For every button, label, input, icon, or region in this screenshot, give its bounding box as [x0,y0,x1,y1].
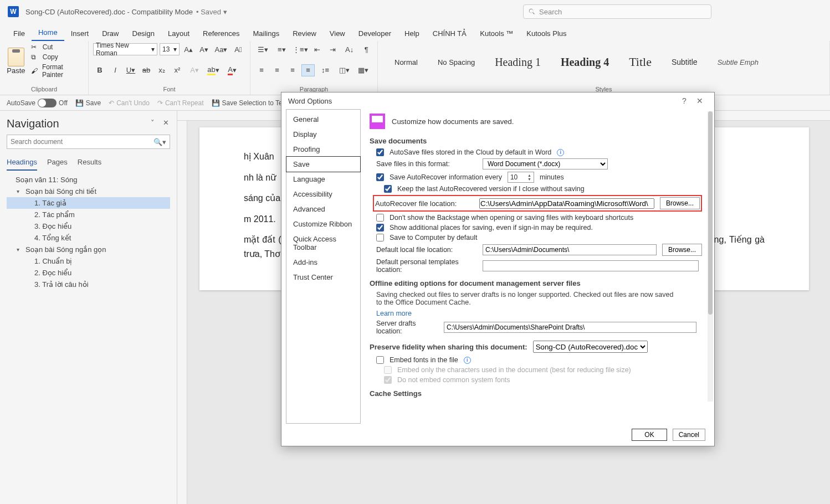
show-marks-button[interactable]: ¶ [360,43,373,55]
info-icon[interactable]: i [557,149,564,156]
cut-button[interactable]: ✂Cut [31,43,84,51]
vertical-ruler[interactable] [177,121,187,504]
ribbon-tab-help[interactable]: Help [398,26,426,41]
nav-tab-results[interactable]: Results [78,155,101,171]
learn-more-link[interactable]: Learn more [376,310,705,317]
search-box[interactable]: Search [523,4,711,19]
category-general[interactable]: General [286,112,360,127]
font-name-select[interactable]: Times New Roman▾ [93,43,157,55]
saved-status[interactable]: • Saved ▾ [196,8,227,16]
increase-indent-button[interactable]: ⇥ [326,43,339,55]
info-icon[interactable]: i [464,357,471,364]
default-local-input[interactable] [483,244,657,255]
change-case-button[interactable]: Aa▾ [213,43,229,55]
ribbon-tab-draw[interactable]: Draw [95,26,125,41]
keep-last-checkbox[interactable] [384,185,392,193]
nav-collapse-icon[interactable]: ˅ [151,119,155,127]
style-no-spacing[interactable]: No Spacing [430,56,483,69]
style-title[interactable]: Title [621,53,659,71]
autorecover-minutes-spinner[interactable]: 10▲▼ [508,172,534,183]
align-right-button[interactable]: ≡ [286,64,299,76]
nav-search-box[interactable]: 🔍▾ [7,135,170,149]
multilevel-button[interactable]: ⋮≡▾ [292,43,309,55]
nav-tab-headings[interactable]: Headings [7,155,37,171]
category-save[interactable]: Save [286,156,361,172]
save-autorecover-checkbox[interactable] [376,173,384,181]
nav-node[interactable]: Soạn văn 11: Sóng [7,174,170,186]
ribbon-tab-view[interactable]: View [323,26,352,41]
category-customize-ribbon[interactable]: Customize Ribbon [286,217,360,232]
nav-node[interactable]: ▾Soạn bài Sóng chi tiết [7,186,170,197]
category-quick-access-toolbar[interactable]: Quick Access Toolbar [286,232,360,255]
category-add-ins[interactable]: Add-ins [286,255,360,270]
autosave-cloud-checkbox[interactable] [376,148,384,156]
style-normal[interactable]: Normal [387,56,426,69]
format-painter-button[interactable]: 🖌Format Painter [31,63,84,79]
category-display[interactable]: Display [286,127,360,142]
scrollbar-thumb[interactable] [708,111,713,315]
ribbon-tab-home[interactable]: Home [32,25,64,41]
category-proofing[interactable]: Proofing [286,142,360,157]
ribbon-tab-ch-nh-t-[interactable]: CHÍNH TẢ [426,26,473,41]
style-subtle-emph[interactable]: Subtle Emph [710,56,766,69]
nav-node[interactable]: 3. Trả lời câu hỏi [7,279,170,290]
style-subtitle[interactable]: Subtitle [664,55,705,69]
default-local-browse-button[interactable]: Browse... [662,244,702,256]
embed-fonts-checkbox[interactable] [376,356,384,364]
nav-node[interactable]: 2. Đọc hiểu [7,267,170,279]
nav-node[interactable]: 3. Đọc hiểu [7,220,170,232]
text-effects-button[interactable]: A▾ [186,64,203,76]
increase-font-button[interactable]: A▴ [182,43,195,55]
strikethrough-button[interactable]: ab [140,64,153,76]
shading-button[interactable]: ◫▾ [336,64,352,76]
nav-tab-pages[interactable]: Pages [47,155,68,171]
autorecover-loc-input[interactable] [479,198,654,209]
nav-node[interactable]: 1. Tác giả [7,197,170,209]
align-left-button[interactable]: ≡ [255,64,268,76]
nav-search-input[interactable] [11,138,153,146]
paste-button[interactable]: Paste [4,43,28,79]
ribbon-tab-design[interactable]: Design [126,26,161,41]
decrease-indent-button[interactable]: ⇤ [311,43,324,55]
personal-templates-input[interactable] [483,260,699,271]
ribbon-tab-layout[interactable]: Layout [161,26,196,41]
style-heading-4[interactable]: Heading 4 [553,54,617,71]
category-language[interactable]: Language [286,172,360,187]
line-spacing-button[interactable]: ↕≡ [317,64,334,76]
font-size-select[interactable]: 13▾ [160,43,180,55]
bold-button[interactable]: B [93,64,106,76]
borders-button[interactable]: ▦▾ [355,64,371,76]
align-center-button[interactable]: ≡ [270,64,284,76]
underline-button[interactable]: U▾ [124,64,137,76]
nav-node[interactable]: ▾Soạn bài Sóng ngắn gọn [7,244,170,255]
ribbon-tab-developer[interactable]: Developer [352,26,398,41]
server-drafts-input[interactable] [444,322,696,333]
category-accessibility[interactable]: Accessibility [286,187,360,202]
redo-button[interactable]: ↷Can't Repeat [157,99,204,107]
close-button[interactable]: ✕ [692,96,708,105]
autosave-toggle[interactable]: AutoSave Off [7,99,68,107]
ribbon-tab-file[interactable]: File [7,26,32,41]
show-additional-checkbox[interactable] [376,224,384,232]
copy-button[interactable]: ⧉Copy [31,53,84,61]
justify-button[interactable]: ≡ [301,64,315,76]
style-heading-1[interactable]: Heading 1 [487,54,549,71]
ribbon-tab-mailings[interactable]: Mailings [247,26,286,41]
save-format-select[interactable]: Word Document (*.docx) [483,158,608,169]
undo-button[interactable]: ↶Can't Undo [109,99,150,107]
ribbon-tab-insert[interactable]: Insert [64,26,96,41]
autorecover-browse-button[interactable]: Browse... [660,197,700,209]
bullets-button[interactable]: ☰▾ [255,43,271,55]
clear-formatting-button[interactable]: A⃠ [232,43,245,55]
help-button[interactable]: ? [677,96,692,105]
ok-button[interactable]: OK [632,429,667,441]
decrease-font-button[interactable]: A▾ [197,43,211,55]
highlight-button[interactable]: ab▾ [205,64,222,76]
sort-button[interactable]: A↓ [341,43,358,55]
ribbon-tab-review[interactable]: Review [286,26,323,41]
font-color-button[interactable]: A▾ [224,64,240,76]
save-to-computer-checkbox[interactable] [376,234,384,241]
superscript-button[interactable]: x² [171,64,184,76]
ribbon-tab-kutools-plus[interactable]: Kutools Plus [520,26,573,41]
save-button[interactable]: 💾Save [75,99,101,107]
